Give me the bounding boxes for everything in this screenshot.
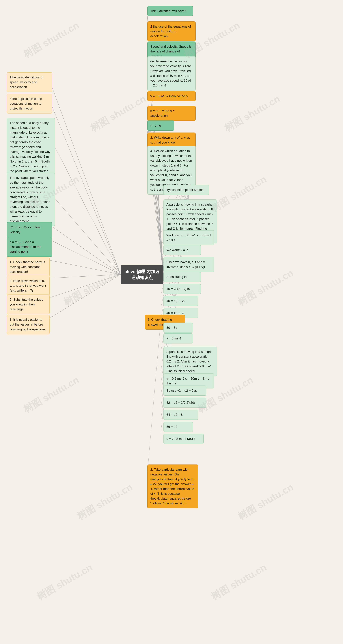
node-r16: 40 = ½ (2 + v)10 [163, 284, 201, 294]
watermark-6: 树图 shutu.cn [209, 173, 269, 215]
node-r19: 30 = 5v [163, 322, 193, 333]
watermark-1: 树图 shutu.cn [21, 19, 81, 61]
node-r7: t = time [147, 120, 174, 131]
node-r2: 2 the use of the equations of motion for… [147, 22, 196, 41]
svg-line-11 [52, 142, 121, 274]
node-r26: 56 = u2 [163, 422, 193, 432]
center-label: alevel物理-匀加速运动知识点 [121, 265, 163, 284]
svg-line-9 [50, 80, 121, 274]
svg-line-14 [50, 240, 121, 274]
node-l4: The average speed will only be the magni… [7, 173, 55, 226]
node-r15: Substituting in: [163, 272, 201, 282]
watermark-14: 树图 shutu.cn [209, 561, 269, 603]
node-l9: 5. Substitute the values you know in, th… [7, 294, 50, 314]
node-l10: 1. It is usually easier to put the value… [7, 314, 50, 334]
watermark-9: 树图 shutu.cn [21, 374, 81, 416]
node-l6: s = ½ (u + v)t s = displacement from the… [7, 237, 52, 257]
svg-line-13 [50, 225, 121, 274]
node-r23: So use v2 = u2 + 2as [163, 386, 206, 396]
node-r5: v = u + atu = initial velocity [147, 91, 196, 101]
svg-line-38 [147, 320, 161, 472]
node-r14: Since we have u, s, t and v involved, us… [163, 257, 214, 272]
svg-line-10 [50, 100, 121, 274]
node-r13: We want: v = ? [163, 245, 201, 255]
svg-line-16 [47, 274, 121, 278]
watermark-12: 树图 shutu.cn [235, 480, 296, 523]
watermark-8: 树图 shutu.cn [235, 266, 296, 308]
watermark-3: 树图 shutu.cn [88, 92, 148, 134]
node-r12: We know: u = 2ms-1 s = 40 m t = 10 s [163, 230, 214, 245]
center-label-text: alevel物理-匀加速运动知识点 [125, 269, 159, 280]
node-l7: 1. Check that the body is moving with co… [7, 257, 50, 277]
svg-line-12 [52, 196, 121, 274]
node-r27: u = 7.48 ms-1 (3SF) [163, 434, 204, 444]
watermark-4: 树图 shutu.cn [222, 92, 282, 134]
node-l1: 1the basic definitions of speed, velocit… [7, 72, 52, 92]
node-l5: v2 = u2 + 2as v = final velocity [7, 222, 52, 237]
node-l3: The speed of a body at any instant is eq… [7, 118, 55, 181]
node-r25: 64 = u2 + 8 [163, 410, 198, 420]
node-l2: 3 the application of the equations of mo… [7, 94, 52, 114]
node-r20: v = 6 ms-1 [163, 333, 193, 344]
svg-line-17 [47, 274, 121, 298]
node-l8: 3. Note down which of u, v, a, s and t t… [7, 276, 50, 296]
svg-line-15 [47, 260, 121, 274]
watermark-7: 树图 shutu.cn [61, 266, 122, 308]
node-r4: displacement is zero – so your average v… [147, 56, 196, 90]
watermark-13: 树图 shutu.cn [35, 561, 95, 603]
node-r8: 2. Write down any of u, v, a, s, t that … [147, 132, 196, 148]
node-r28: 2. Take particular care with negative va… [147, 464, 198, 508]
node-r6: s = ut + ½at2 a = acceleration [147, 106, 196, 121]
node-r21: A particle is moving in a straight line … [163, 347, 217, 376]
node-r24: 82 = u2 + 2(0.2)(20) [163, 398, 206, 408]
svg-line-18 [47, 274, 121, 320]
node-r1: This Factsheet will cover: [147, 6, 193, 16]
watermark-11: 树图 shutu.cn [75, 480, 135, 523]
node-r17: 40 = 5(2 + v) [163, 296, 198, 306]
node-r10: Typical example of Motion [163, 185, 209, 195]
